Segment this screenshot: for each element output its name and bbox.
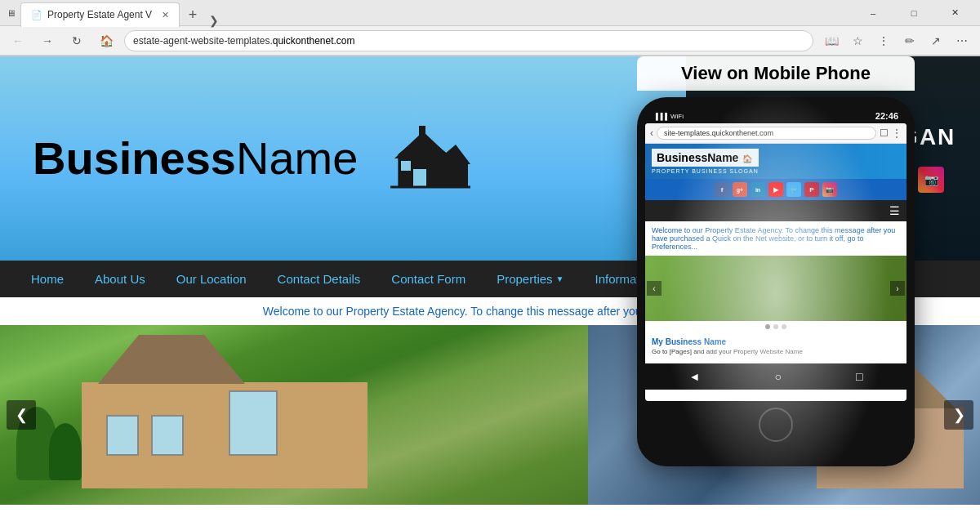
phone-url-bar: site-templates.quickonthenet.com (657, 127, 876, 140)
toolbar-icons: 📖 ☆ ⋮ ✏ ↗ ⋯ (820, 29, 973, 52)
nav-properties[interactable]: Properties ▼ (482, 264, 578, 294)
property-image-left (0, 325, 588, 505)
phone-slogan-sm: PROPERTY BUSINESS SLOGAN (652, 168, 759, 174)
phone-home-nav-icon: ○ (774, 370, 781, 383)
phone-biz-name-section: My Business Name Go to [Pages] and add y… (645, 332, 906, 360)
phone-site-header: BusinessName 🏠 PROPERTY BUSINESS SLOGAN (645, 144, 906, 179)
phone-yt-icon: ▶ (768, 182, 783, 197)
phone-slider-dots (645, 321, 906, 332)
mobile-overlay-label: View on Mobile Phone (637, 56, 915, 91)
phone-dot-2 (773, 324, 778, 329)
phone-biz-desc: Go to [Pages] and add your Property Webs… (652, 348, 900, 355)
url-prefix: estate-agent-website-templates. (133, 35, 273, 47)
phone-bookmark-icon: ☐ (880, 127, 889, 139)
close-button[interactable]: ✕ (936, 0, 973, 26)
url-input[interactable]: estate-agent-website-templates.quickonth… (124, 30, 813, 51)
phone-screen: ‹ site-templates.quickonthenet.com ☐ ⋮ B… (645, 123, 906, 401)
nav-contact-details[interactable]: Contact Details (263, 264, 376, 294)
tab-chevron-button[interactable]: ❯ (209, 14, 219, 27)
phone-biz-title: My Business Name (652, 337, 900, 346)
phone-slider-next[interactable]: › (890, 281, 905, 296)
phone-ig-icon: 📷 (822, 182, 837, 197)
phone-device: ▐▐▐ WiFi 22:46 ‹ site-templates.quickont… (637, 97, 915, 466)
browser-titlebar: 🖥 📄 Property Estate Agent V ✕ + ❯ – □ ✕ (0, 0, 980, 26)
nav-location[interactable]: Our Location (162, 264, 261, 294)
share-icon[interactable]: ↗ (924, 29, 947, 52)
business-name-light: Name (236, 132, 358, 184)
phone-recent-nav-icon: □ (856, 370, 862, 383)
tab-bar: 📄 Property Estate Agent V ✕ + ❯ (20, 0, 849, 27)
dropdown-arrow-icon: ▼ (556, 274, 564, 283)
phone-menu-icon: ⋮ (892, 127, 902, 139)
nav-about[interactable]: About Us (80, 264, 160, 294)
phone-browser-chrome: ‹ site-templates.quickonthenet.com ☐ ⋮ (645, 123, 906, 144)
nav-home[interactable]: Home (16, 264, 78, 294)
more-icon[interactable]: ⋯ (951, 29, 973, 52)
svg-rect-6 (419, 126, 425, 137)
reader-view-icon[interactable]: 📖 (820, 29, 843, 52)
tab-icon: 📄 (31, 10, 42, 20)
minimize-button[interactable]: – (854, 0, 892, 26)
phone-dot-1 (765, 324, 770, 329)
phone-house-mini: 🏠 (742, 154, 752, 163)
menu-icon[interactable]: ⋮ (872, 29, 895, 52)
phone-logo-section: BusinessName 🏠 PROPERTY BUSINESS SLOGAN (652, 149, 759, 174)
business-name-text: BusinessName (33, 136, 358, 181)
phone-welcome-text: Welcome to our Property Estate Agency. T… (652, 226, 900, 251)
phone-dot-3 (782, 324, 786, 329)
phone-biz-name: BusinessName (657, 151, 738, 164)
tab-label: Property Estate Agent V (47, 9, 152, 20)
instagram-icon[interactable]: 📷 (918, 167, 944, 193)
phone-li-icon: in (751, 182, 765, 197)
phone-hamburger-icon: ☰ (889, 204, 900, 217)
forward-button[interactable]: → (36, 29, 59, 52)
phone-status-bar: ▐▐▐ WiFi 22:46 (645, 109, 906, 123)
home-button[interactable]: 🏠 (95, 29, 118, 52)
phone-gp-icon: g+ (733, 182, 747, 197)
mobile-phone-overlay: View on Mobile Phone ▐▐▐ WiFi 22:46 ‹ si… (637, 56, 915, 466)
business-name-bold: Business (33, 132, 236, 184)
phone-social-row: f g+ in ▶ 🐦 P 📷 (645, 179, 906, 200)
window-icon: 🖥 (7, 8, 16, 18)
phone-tw-icon: 🐦 (786, 182, 801, 197)
phone-slider-prev[interactable]: ‹ (647, 281, 662, 296)
house-svg (374, 114, 472, 203)
business-name: BusinessName (33, 136, 358, 181)
tab-close-button[interactable]: ✕ (162, 10, 169, 20)
phone-bottom-nav: ◄ ○ □ (645, 363, 906, 390)
pen-icon[interactable]: ✏ (898, 29, 921, 52)
phone-biz-name-badge: BusinessName 🏠 (652, 149, 759, 167)
slider-prev-button[interactable]: ❮ (7, 400, 36, 430)
phone-back-nav-icon: ◄ (689, 370, 701, 383)
maximize-button[interactable]: □ (895, 0, 933, 26)
window-controls: – □ ✕ (854, 0, 973, 26)
back-button[interactable]: ← (7, 29, 29, 52)
slider-next-button[interactable]: ❯ (944, 400, 973, 430)
phone-home-button[interactable] (759, 408, 793, 442)
active-tab[interactable]: 📄 Property Estate Agent V ✕ (20, 2, 180, 27)
svg-rect-5 (401, 161, 411, 171)
refresh-button[interactable]: ↻ (65, 29, 88, 52)
house-icon (374, 114, 472, 203)
svg-rect-4 (413, 169, 426, 187)
phone-slider-image (645, 256, 906, 321)
phone-welcome-section: Welcome to our Property Estate Agency. T… (645, 221, 906, 256)
new-tab-button[interactable]: + (181, 4, 204, 27)
bookmark-icon[interactable]: ☆ (846, 29, 869, 52)
business-logo: BusinessName (33, 114, 472, 203)
phone-signal: ▐▐▐ WiFi (653, 113, 684, 120)
phone-nav-bar: ☰ (645, 200, 906, 221)
phone-time: 22:46 (875, 111, 898, 121)
nav-contact-form[interactable]: Contact Form (376, 264, 480, 294)
address-bar: ← → ↻ 🏠 estate-agent-website-templates.q… (0, 26, 980, 56)
website-content: BusinessName (0, 56, 980, 524)
phone-fb-icon: f (715, 182, 729, 197)
browser-chrome: 🖥 📄 Property Estate Agent V ✕ + ❯ – □ ✕ … (0, 0, 980, 56)
url-domain: quickonthenet.com (273, 35, 355, 47)
phone-slider: ‹ › (645, 256, 906, 321)
phone-pi-icon: P (804, 182, 819, 197)
phone-back-icon: ‹ (650, 127, 653, 139)
